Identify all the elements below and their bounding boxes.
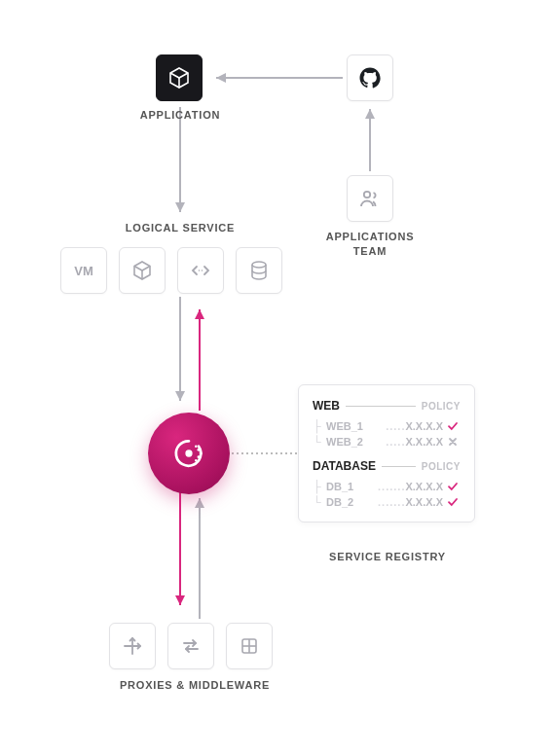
vm-box: VM [60, 247, 107, 294]
registry-section-database: DATABASE POLICY [313, 459, 461, 473]
container-box [119, 247, 166, 294]
service-registry-panel: WEB POLICY ├ WEB_1 .....X.X.X.X └ WEB_2 … [298, 384, 475, 522]
code-box [177, 247, 224, 294]
svg-point-22 [198, 455, 201, 458]
registry-row: ├ DB_1 .......X.X.X.X [313, 479, 461, 494]
arrows-cross-icon [121, 634, 144, 658]
consul-icon [169, 434, 208, 473]
registry-row: ├ WEB_1 .....X.X.X.X [313, 418, 461, 434]
server-grid-icon [238, 634, 261, 658]
proxy-cross-box [109, 623, 156, 669]
db-box [236, 247, 282, 294]
check-icon [447, 496, 461, 508]
cube-icon [130, 259, 154, 282]
logical-service-label: LOGICAL SERVICE [107, 222, 253, 234]
registry-row: └ WEB_2 .....X.X.X.X [313, 434, 461, 450]
team-label: APPLICATIONS TEAM [317, 230, 423, 260]
svg-point-18 [252, 262, 266, 268]
users-icon [358, 187, 382, 210]
application-label: APPLICATION [131, 109, 229, 121]
application-box [156, 54, 203, 101]
registry-row: └ DB_2 .......X.X.X.X [313, 494, 461, 510]
proxy-server-box [226, 623, 273, 669]
connector-layer [0, 0, 554, 756]
github-icon [358, 66, 382, 90]
check-icon [447, 481, 461, 492]
svg-marker-11 [175, 595, 185, 605]
svg-marker-1 [216, 73, 226, 83]
database-icon [247, 259, 271, 282]
svg-point-24 [195, 459, 198, 462]
vm-text-icon: VM [74, 264, 93, 278]
svg-point-20 [198, 449, 201, 451]
svg-point-21 [200, 452, 203, 455]
svg-marker-7 [175, 391, 185, 401]
svg-marker-13 [195, 498, 204, 508]
team-box [347, 175, 393, 222]
arrows-swap-icon [179, 634, 203, 658]
proxy-swap-box [167, 623, 214, 669]
code-brackets-icon [189, 259, 212, 282]
svg-point-16 [199, 270, 201, 271]
registry-section-web: WEB POLICY [313, 399, 461, 413]
cube-icon [167, 66, 191, 90]
github-box [347, 54, 393, 101]
svg-marker-9 [195, 309, 204, 319]
svg-point-19 [185, 450, 192, 456]
svg-point-15 [364, 192, 370, 198]
cross-icon [447, 436, 461, 448]
svg-point-17 [202, 270, 203, 271]
svg-point-23 [195, 445, 198, 448]
check-icon [447, 420, 461, 432]
consul-node [148, 413, 230, 494]
proxies-label: PROXIES & MIDDLEWARE [97, 679, 292, 691]
service-registry-label: SERVICE REGISTRY [310, 551, 465, 562]
svg-marker-5 [175, 202, 185, 212]
svg-marker-3 [365, 109, 375, 119]
